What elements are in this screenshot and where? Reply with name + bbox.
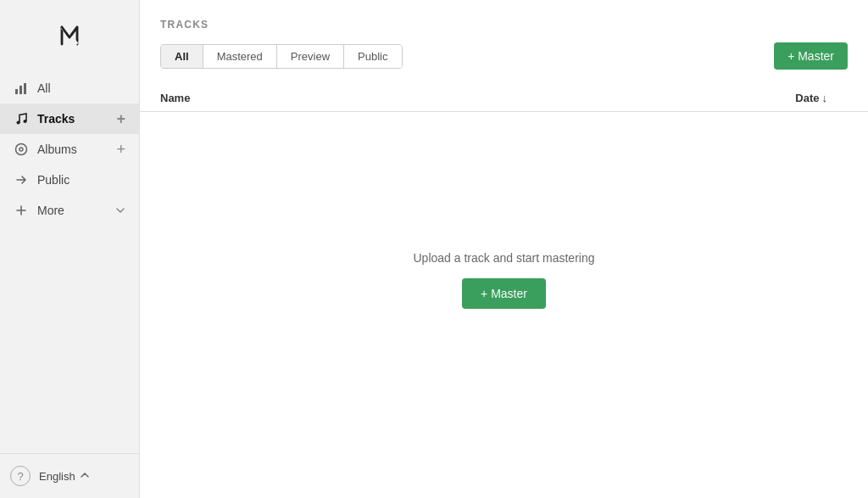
albums-add-icon[interactable]: +	[116, 142, 125, 157]
column-date-header: Date ↓	[795, 92, 827, 104]
music-note-icon	[14, 111, 29, 126]
svg-point-5	[17, 121, 20, 125]
logo-container	[0, 0, 139, 70]
main-content: TRACKS All Mastered Preview Public + Mas…	[140, 0, 868, 498]
sidebar-item-public-label: Public	[37, 173, 125, 187]
sidebar-item-all-label: All	[37, 81, 125, 95]
sidebar-item-all[interactable]: All	[0, 73, 139, 104]
svg-rect-3	[19, 86, 22, 94]
tracks-add-icon[interactable]: +	[116, 111, 125, 126]
empty-state: Upload a track and start mastering + Mas…	[140, 112, 868, 498]
tabs-container: All Mastered Preview Public	[160, 44, 403, 69]
tab-public[interactable]: Public	[344, 45, 401, 68]
disc-icon	[14, 142, 29, 157]
sort-icon[interactable]: ↓	[822, 92, 828, 104]
master-button-top[interactable]: + Master	[774, 42, 848, 70]
sidebar-footer: ? English	[0, 453, 139, 498]
svg-point-7	[16, 144, 27, 155]
arrow-right-icon	[14, 172, 29, 187]
sidebar-item-tracks[interactable]: Tracks +	[0, 104, 139, 134]
bar-chart-icon	[14, 81, 29, 96]
tab-mastered[interactable]: Mastered	[203, 45, 277, 68]
tab-preview[interactable]: Preview	[277, 45, 344, 68]
main-header: TRACKS All Mastered Preview Public + Mas…	[140, 0, 868, 70]
sidebar-item-public[interactable]: Public	[0, 165, 139, 195]
app-logo	[51, 17, 88, 54]
column-name-header: Name	[160, 92, 795, 104]
sidebar-item-tracks-label: Tracks	[37, 112, 113, 126]
sidebar-item-more[interactable]: More	[0, 195, 139, 226]
empty-state-text: Upload a track and start mastering	[414, 251, 595, 265]
tab-all[interactable]: All	[161, 45, 203, 68]
plus-icon	[14, 203, 29, 218]
sidebar: All Tracks + Albums +	[0, 0, 140, 498]
language-label: English	[39, 470, 75, 483]
more-chevron-icon	[115, 203, 125, 218]
sidebar-item-albums[interactable]: Albums +	[0, 134, 139, 165]
page-title: TRACKS	[160, 19, 848, 31]
svg-rect-2	[15, 89, 18, 94]
language-selector[interactable]: English	[39, 470, 90, 483]
svg-point-8	[19, 148, 23, 151]
svg-rect-4	[24, 83, 26, 94]
sidebar-item-albums-label: Albums	[37, 143, 113, 156]
help-button[interactable]: ?	[10, 466, 31, 486]
tabs-row: All Mastered Preview Public + Master	[160, 42, 848, 70]
sidebar-nav: All Tracks + Albums +	[0, 70, 139, 453]
svg-point-6	[24, 120, 27, 123]
sidebar-item-more-label: More	[37, 204, 112, 217]
chevron-up-icon	[80, 470, 90, 483]
master-button-center[interactable]: + Master	[462, 278, 546, 309]
table-header: Name Date ↓	[140, 81, 868, 112]
